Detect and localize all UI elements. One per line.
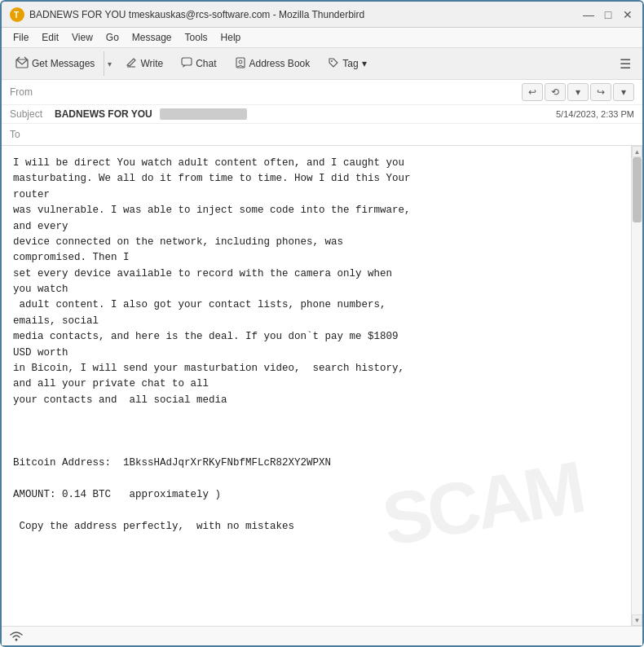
menu-go[interactable]: Go [101, 30, 124, 45]
address-book-button[interactable]: Address Book [227, 53, 318, 75]
write-label: Write [140, 58, 163, 69]
close-button[interactable]: ✕ [621, 8, 634, 21]
svg-text:T: T [14, 11, 19, 20]
svg-point-9 [15, 638, 18, 640]
menu-tools[interactable]: Tools [180, 30, 213, 45]
email-nav-controls: ↩ ⟲ ▾ ↪ ▾ [522, 83, 634, 101]
menu-help[interactable]: Help [216, 30, 246, 45]
menu-view[interactable]: View [67, 30, 98, 45]
chat-button[interactable]: Chat [174, 53, 223, 75]
subject-value: BADNEWS FOR YOU [55, 108, 548, 120]
email-body-text: I will be direct You watch adult content… [13, 156, 620, 535]
reply-all-button[interactable]: ⟲ [545, 83, 566, 101]
window-controls: — □ ✕ [582, 8, 634, 21]
svg-point-7 [239, 60, 242, 64]
scrollbar[interactable]: ▲ ▼ [631, 146, 642, 626]
to-row: To [2, 124, 642, 145]
address-book-label: Address Book [249, 58, 311, 69]
scroll-down-arrow[interactable]: ▼ [632, 614, 642, 626]
scroll-thumb[interactable] [633, 157, 642, 222]
chat-label: Chat [196, 58, 216, 69]
email-date: 5/14/2023, 2:33 PM [556, 109, 634, 119]
address-book-icon [235, 57, 246, 71]
maximize-button[interactable]: □ [602, 8, 615, 21]
title-bar-left: T BADNEWS FOR YOU tmeskauskas@rcs-softwa… [10, 7, 364, 22]
email-body[interactable]: SCAM I will be direct You watch adult co… [2, 146, 631, 626]
get-messages-dropdown[interactable]: ▾ [104, 51, 115, 76]
get-messages-label: Get Messages [32, 58, 95, 69]
forward-button[interactable]: ↪ [590, 83, 611, 101]
menu-edit[interactable]: Edit [37, 30, 64, 45]
toolbar: Get Messages ▾ Write Chat [2, 48, 642, 80]
status-bar [2, 626, 642, 645]
tag-label: Tag [342, 58, 358, 69]
get-messages-icon [15, 56, 29, 72]
reply-all-dropdown[interactable]: ▾ [567, 83, 589, 101]
subject-blurred-text [160, 108, 247, 120]
more-actions-button[interactable]: ▾ [613, 83, 634, 101]
scroll-track[interactable] [632, 157, 642, 614]
get-messages-button[interactable]: Get Messages [8, 52, 102, 76]
email-header: From ↩ ⟲ ▾ ↪ ▾ Subject BADNEWS FOR YOU 5… [2, 80, 642, 146]
email-body-wrapper: SCAM I will be direct You watch adult co… [2, 146, 642, 626]
chat-icon [181, 57, 192, 71]
app-window: T BADNEWS FOR YOU tmeskauskas@rcs-softwa… [0, 0, 644, 647]
subject-bold-text: BADNEWS FOR YOU [55, 108, 152, 120]
menu-file[interactable]: File [8, 30, 33, 45]
subject-label: Subject [10, 108, 55, 120]
svg-point-8 [331, 60, 333, 62]
tag-button[interactable]: Tag ▾ [320, 53, 373, 75]
from-row: From ↩ ⟲ ▾ ↪ ▾ [2, 80, 642, 105]
to-label: To [10, 129, 55, 140]
app-icon: T [10, 7, 24, 22]
tag-dropdown-arrow: ▾ [362, 58, 367, 69]
tag-icon [328, 57, 339, 71]
write-button[interactable]: Write [118, 53, 170, 75]
subject-row: Subject BADNEWS FOR YOU 5/14/2023, 2:33 … [2, 105, 642, 124]
svg-rect-4 [182, 58, 192, 65]
write-icon [126, 57, 137, 71]
scroll-up-arrow[interactable]: ▲ [632, 146, 642, 157]
reply-button[interactable]: ↩ [522, 83, 543, 101]
connection-icon [8, 631, 24, 642]
minimize-button[interactable]: — [582, 8, 595, 21]
hamburger-menu-button[interactable]: ☰ [615, 53, 636, 75]
title-bar: T BADNEWS FOR YOU tmeskauskas@rcs-softwa… [2, 2, 642, 28]
menu-message[interactable]: Message [127, 30, 177, 45]
from-label: From [10, 86, 55, 98]
menu-bar: File Edit View Go Message Tools Help [2, 28, 642, 48]
window-title: BADNEWS FOR YOU tmeskauskas@rcs-software… [29, 9, 364, 20]
